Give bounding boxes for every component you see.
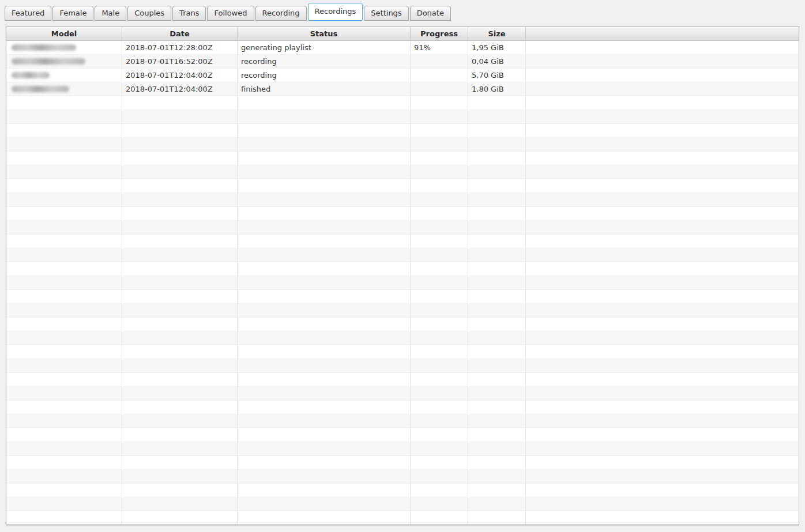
tab-featured[interactable]: Featured — [5, 6, 51, 21]
cell-status — [238, 387, 411, 401]
cell-status — [238, 428, 411, 442]
cell-progress — [411, 511, 468, 525]
cell-filler — [526, 82, 799, 96]
cell-progress — [411, 318, 468, 331]
cell-progress — [411, 152, 468, 165]
cell-model — [6, 248, 122, 262]
cell-date: 2018-07-01T12:28:00Z — [122, 41, 238, 55]
cell-filler — [526, 193, 799, 207]
tab-recordings[interactable]: Recordings — [308, 3, 363, 21]
tab-female[interactable]: Female — [52, 6, 93, 21]
cell-filler — [526, 110, 799, 124]
cell-status — [238, 470, 411, 484]
cell-filler — [526, 235, 799, 248]
cell-model — [6, 193, 122, 207]
cell-status — [238, 276, 411, 290]
cell-size — [468, 387, 526, 401]
cell-size — [468, 110, 526, 124]
tab-couples[interactable]: Couples — [127, 6, 171, 21]
column-header-progress[interactable]: Progress — [411, 27, 468, 41]
column-header-model[interactable]: Model — [6, 27, 122, 41]
table-row[interactable]: 2018-07-01T12:28:00Zgenerating playlist9… — [6, 41, 799, 55]
tab-settings[interactable]: Settings — [364, 6, 408, 21]
cell-size — [468, 152, 526, 165]
cell-size — [468, 138, 526, 152]
cell-filler — [526, 69, 799, 82]
cell-model — [6, 276, 122, 290]
cell-filler — [526, 456, 799, 470]
cell-date — [122, 318, 238, 331]
cell-date — [122, 484, 238, 497]
cell-size — [468, 248, 526, 262]
redacted-model-name — [12, 44, 76, 51]
cell-filler — [526, 414, 799, 428]
cell-progress — [411, 373, 468, 387]
table-row-empty — [6, 414, 799, 428]
cell-date — [122, 262, 238, 276]
tab-bar: FeaturedFemaleMaleCouplesTransFollowedRe… — [5, 3, 452, 21]
cell-date: 2018-07-01T16:52:00Z — [122, 55, 238, 69]
cell-status — [238, 497, 411, 511]
cell-progress — [411, 82, 468, 96]
tab-followed[interactable]: Followed — [207, 6, 254, 21]
tab-male[interactable]: Male — [95, 6, 126, 21]
cell-progress — [411, 221, 468, 235]
cell-status — [238, 484, 411, 497]
cell-progress — [411, 304, 468, 318]
cell-size — [468, 96, 526, 110]
table-row[interactable]: 2018-07-01T16:52:00Zrecording0,04 GiB — [6, 55, 799, 69]
cell-size — [468, 331, 526, 345]
column-header-status[interactable]: Status — [238, 27, 411, 41]
cell-model — [6, 207, 122, 221]
cell-model — [6, 124, 122, 138]
table-row-empty — [6, 235, 799, 248]
cell-progress — [411, 124, 468, 138]
cell-size — [468, 401, 526, 414]
cell-progress — [411, 442, 468, 456]
cell-model — [6, 401, 122, 414]
cell-filler — [526, 318, 799, 331]
tab-donate[interactable]: Donate — [410, 6, 451, 21]
table-row-empty — [6, 442, 799, 456]
cell-size — [468, 276, 526, 290]
table-row-empty — [6, 207, 799, 221]
column-header-date[interactable]: Date — [122, 27, 238, 41]
table-row-empty — [6, 110, 799, 124]
table-row[interactable]: 2018-07-01T12:04:00Zrecording5,70 GiB — [6, 69, 799, 82]
cell-model — [6, 290, 122, 304]
cell-date — [122, 414, 238, 428]
cell-status — [238, 359, 411, 373]
cell-date — [122, 248, 238, 262]
cell-size — [468, 207, 526, 221]
tab-recording[interactable]: Recording — [255, 6, 307, 21]
cell-status — [238, 248, 411, 262]
cell-progress — [411, 235, 468, 248]
cell-progress — [411, 428, 468, 442]
redacted-model-name — [12, 58, 85, 65]
cell-date — [122, 124, 238, 138]
cell-size: 0,04 GiB — [468, 55, 526, 69]
cell-filler — [526, 41, 799, 55]
table-row-empty — [6, 248, 799, 262]
table-row-empty — [6, 276, 799, 290]
cell-status — [238, 165, 411, 179]
cell-model — [6, 235, 122, 248]
cell-progress — [411, 248, 468, 262]
cell-model — [6, 179, 122, 193]
cell-filler — [526, 207, 799, 221]
cell-filler — [526, 345, 799, 359]
cell-date — [122, 359, 238, 373]
tab-trans[interactable]: Trans — [172, 6, 206, 21]
cell-model — [6, 165, 122, 179]
table-row[interactable]: 2018-07-01T12:04:00Zfinished1,80 GiB — [6, 82, 799, 96]
cell-filler — [526, 276, 799, 290]
cell-model — [6, 96, 122, 110]
cell-size — [468, 345, 526, 359]
cell-model — [6, 373, 122, 387]
table-row-empty — [6, 165, 799, 179]
cell-progress — [411, 414, 468, 428]
cell-status — [238, 304, 411, 318]
cell-date — [122, 387, 238, 401]
column-header-size[interactable]: Size — [468, 27, 526, 41]
table-row-empty — [6, 359, 799, 373]
